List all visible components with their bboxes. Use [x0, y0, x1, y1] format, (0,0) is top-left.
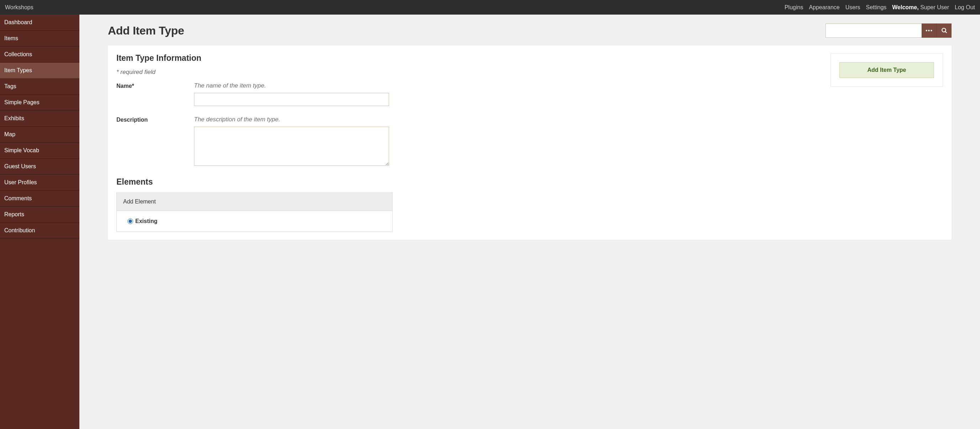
nav-plugins[interactable]: Plugins	[784, 4, 803, 11]
sidebar-item-tags[interactable]: Tags	[0, 79, 80, 95]
sidebar-item-guest-users[interactable]: Guest Users	[0, 159, 80, 175]
sidebar-item-reports[interactable]: Reports	[0, 207, 80, 223]
field-description: Description The description of the item …	[116, 116, 822, 167]
existing-radio-row[interactable]: Existing	[127, 218, 382, 224]
sidebar-item-simple-vocab[interactable]: Simple Vocab	[0, 143, 80, 159]
nav-appearance[interactable]: Appearance	[809, 4, 839, 11]
search-advanced-button[interactable]: •••	[922, 24, 937, 38]
search-submit-button[interactable]	[937, 24, 951, 38]
sidebar: Dashboard Items Collections Item Types T…	[0, 14, 80, 429]
description-label: Description	[116, 116, 194, 123]
description-textarea[interactable]	[194, 127, 389, 166]
add-item-type-button[interactable]: Add Item Type	[839, 62, 934, 78]
welcome-user: Super User	[920, 4, 949, 10]
ellipsis-icon: •••	[926, 28, 933, 33]
section-title: Item Type Information	[116, 53, 822, 63]
search-input[interactable]	[826, 24, 922, 38]
name-label: Name*	[116, 82, 194, 89]
sidebar-item-item-types[interactable]: Item Types	[0, 63, 80, 79]
main-panel: Item Type Information * required field N…	[108, 46, 951, 240]
welcome-label: Welcome,	[892, 4, 918, 10]
required-note: * required field	[116, 69, 822, 76]
nav-settings[interactable]: Settings	[866, 4, 886, 11]
sidebar-item-user-profiles[interactable]: User Profiles	[0, 175, 80, 191]
topbar: Workshops Plugins Appearance Users Setti…	[0, 0, 980, 14]
search-box: •••	[826, 24, 951, 38]
elements-heading: Elements	[116, 177, 822, 187]
existing-radio[interactable]	[127, 218, 133, 224]
sidebar-item-comments[interactable]: Comments	[0, 191, 80, 207]
field-name: Name* The name of the item type.	[116, 82, 822, 106]
sidebar-item-dashboard[interactable]: Dashboard	[0, 14, 80, 30]
aside-panel: Add Item Type	[830, 53, 943, 87]
welcome-text: Welcome, Super User	[892, 4, 949, 11]
sidebar-item-simple-pages[interactable]: Simple Pages	[0, 95, 80, 111]
elements-box: Add Element Existing	[116, 192, 393, 232]
content: Add Item Type ••• Item Type Information …	[80, 14, 980, 429]
add-element-header: Add Element	[117, 193, 392, 211]
name-hint: The name of the item type.	[194, 82, 389, 89]
content-header: Add Item Type •••	[80, 14, 980, 46]
description-hint: The description of the item type.	[194, 116, 389, 123]
sidebar-item-map[interactable]: Map	[0, 127, 80, 143]
sidebar-item-collections[interactable]: Collections	[0, 47, 80, 63]
sidebar-item-exhibits[interactable]: Exhibits	[0, 111, 80, 127]
name-input[interactable]	[194, 93, 389, 106]
sidebar-item-items[interactable]: Items	[0, 30, 80, 47]
svg-line-1	[945, 31, 947, 33]
existing-radio-label: Existing	[135, 218, 158, 224]
sidebar-item-contribution[interactable]: Contribution	[0, 223, 80, 239]
logout-link[interactable]: Log Out	[955, 4, 975, 11]
search-icon	[941, 27, 948, 34]
site-title-link[interactable]: Workshops	[5, 4, 33, 10]
nav-users[interactable]: Users	[845, 4, 861, 11]
page-title: Add Item Type	[108, 24, 184, 37]
